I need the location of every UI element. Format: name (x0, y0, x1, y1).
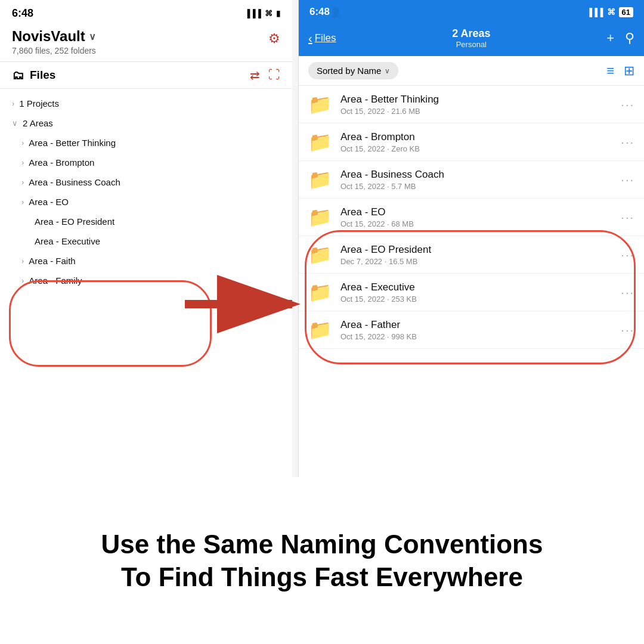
grid-view-icon[interactable]: ⊞ (624, 63, 634, 79)
back-button[interactable]: ‹ Files (308, 32, 336, 45)
nav-title-area: 2 Areas Personal (452, 27, 490, 49)
chevron-right-icon: › (21, 138, 24, 147)
file-item-business-coach[interactable]: 📁 Area - Business Coach Oct 15, 2022 · 5… (299, 161, 644, 199)
left-time: 6:48 (12, 7, 33, 20)
file-name: Area - Better Thinking (340, 94, 439, 106)
swap-icon[interactable]: ⇄ (250, 68, 260, 82)
sort-chevron-icon: ∨ (385, 67, 390, 75)
file-name: Area - Father (340, 319, 417, 331)
tree-item-executive[interactable]: Area - Executive (0, 231, 292, 251)
more-icon[interactable]: ··· (621, 98, 634, 112)
file-item-better-thinking[interactable]: 📁 Area - Better Thinking Oct 15, 2022 · … (299, 86, 644, 123)
file-name: Area - Brompton (340, 131, 420, 143)
back-chevron-icon: ‹ (308, 32, 312, 45)
item-label: Area - Brompton (29, 157, 94, 168)
bottom-line2: To Find Things Fast Everywhere (121, 562, 523, 592)
item-label: Area - Executive (35, 236, 100, 246)
file-item-brompton[interactable]: 📁 Area - Brompton Oct 15, 2022 · Zero KB… (299, 123, 644, 161)
battery-badge: 61 (619, 7, 633, 17)
file-meta: Oct 15, 2022 · 21.6 MB (340, 107, 439, 116)
files-actions: ⇄ ⛶ (250, 68, 280, 82)
more-icon[interactable]: ··· (621, 323, 634, 337)
item-label: Area - Business Coach (29, 177, 120, 187)
file-meta: Oct 15, 2022 · 5.7 MB (340, 182, 444, 191)
tree-item-business-coach[interactable]: › Area - Business Coach (0, 172, 292, 192)
files-text: Files (30, 69, 55, 82)
bottom-line1: Use the Same Naming Conventions (101, 530, 543, 559)
more-icon[interactable]: ··· (621, 135, 634, 149)
sort-bar: Sorted by Name ∨ ≡ ⊞ (299, 56, 644, 86)
left-status-icons: ▐▐▐ ⌘ ▮ (244, 9, 280, 18)
right-nav-bar: ‹ Files 2 Areas Personal + ⚲ (299, 23, 644, 56)
file-item-eo[interactable]: 📁 Area - EO Oct 15, 2022 · 68 MB ··· (299, 199, 644, 236)
file-info: Area - EO Oct 15, 2022 · 68 MB (340, 206, 414, 228)
sort-button[interactable]: Sorted by Name ∨ (308, 62, 398, 79)
chevron-right-icon: › (21, 276, 24, 285)
left-panel: 6:48 ▐▐▐ ⌘ ▮ NovisVault ∨ 7,860 files, 2… (0, 0, 292, 477)
arrow-graphic (179, 274, 310, 334)
left-status-bar: 6:48 ▐▐▐ ⌘ ▮ (0, 0, 292, 23)
chevron-right-icon: › (21, 256, 24, 265)
file-meta: Oct 15, 2022 · Zero KB (340, 144, 420, 153)
add-icon[interactable]: + (606, 30, 614, 46)
chevron-right-icon: › (21, 197, 24, 206)
file-item-left: 📁 Area - EO President Dec 7, 2022 · 16.5… (308, 243, 431, 266)
search-icon[interactable]: ⚲ (625, 30, 634, 46)
file-meta: Oct 15, 2022 · 998 KB (340, 332, 417, 341)
nav-actions: + ⚲ (606, 30, 634, 46)
tree-item-brompton[interactable]: › Area - Brompton (0, 153, 292, 172)
file-info: Area - Brompton Oct 15, 2022 · Zero KB (340, 131, 420, 153)
chevron-right-icon: › (12, 99, 14, 108)
nav-subtitle: Personal (452, 40, 490, 49)
file-item-left: 📁 Area - Business Coach Oct 15, 2022 · 5… (308, 168, 444, 191)
more-icon[interactable]: ··· (621, 210, 634, 224)
bottom-title: Use the Same Naming Conventions To Find … (101, 528, 543, 593)
right-signal-icon: ▐▐▐ (587, 8, 603, 17)
files-label: 🗂 Files (12, 69, 55, 82)
expand-icon[interactable]: ⛶ (268, 68, 280, 82)
back-label: Files (315, 32, 336, 44)
folder-icon: 📁 (308, 93, 332, 116)
file-item-left: 📁 Area - Better Thinking Oct 15, 2022 · … (308, 93, 439, 116)
tree-item-faith[interactable]: › Area - Faith (0, 251, 292, 271)
chevron-down-icon: ∨ (12, 119, 18, 128)
chevron-right-icon: › (21, 158, 24, 167)
file-item-left: 📁 Area - Brompton Oct 15, 2022 · Zero KB (308, 131, 420, 153)
item-label: Area - EO (29, 197, 69, 207)
tree-item-projects[interactable]: › 1 Projects (0, 94, 292, 113)
right-status-bar: 6:48 👤 ▐▐▐ ⌘ 61 (299, 0, 644, 23)
item-label: Area - Family (29, 275, 82, 286)
right-wifi-icon: ⌘ (607, 7, 615, 17)
folder-icon: 📁 (308, 243, 332, 266)
more-icon[interactable]: ··· (621, 248, 634, 262)
folder-icon: 🗂 (12, 69, 24, 82)
list-view-icon[interactable]: ≡ (606, 63, 614, 79)
file-count: 7,860 files, 252 folders (12, 46, 280, 55)
file-info: Area - Business Coach Oct 15, 2022 · 5.7… (340, 169, 444, 191)
right-user-icon: 👤 (330, 7, 342, 18)
item-label: Area - Better Thinking (29, 138, 116, 148)
settings-icon[interactable]: ⚙ (268, 31, 280, 47)
wifi-icon: ⌘ (265, 9, 273, 18)
tree-item-eo[interactable]: › Area - EO (0, 192, 292, 212)
right-panel: 6:48 👤 ▐▐▐ ⌘ 61 ‹ Files 2 Areas Personal… (298, 0, 644, 477)
file-item-executive[interactable]: 📁 Area - Executive Oct 15, 2022 · 253 KB… (299, 274, 644, 311)
file-item-left: 📁 Area - Father Oct 15, 2022 · 998 KB (308, 318, 417, 341)
file-item-eo-president[interactable]: 📁 Area - EO President Dec 7, 2022 · 16.5… (299, 236, 644, 274)
tree-item-areas[interactable]: ∨ 2 Areas (0, 113, 292, 133)
file-info: Area - Father Oct 15, 2022 · 998 KB (340, 319, 417, 341)
file-name: Area - Business Coach (340, 169, 444, 181)
battery-indicator: ▮ (276, 9, 280, 18)
tree-item-eo-president[interactable]: Area - EO President (0, 212, 292, 231)
file-meta: Oct 15, 2022 · 68 MB (340, 219, 414, 228)
tree-item-better-thinking[interactable]: › Area - Better Thinking (0, 133, 292, 153)
files-row: 🗂 Files ⇄ ⛶ (0, 62, 292, 89)
top-section: 6:48 ▐▐▐ ⌘ ▮ NovisVault ∨ 7,860 files, 2… (0, 0, 644, 477)
file-info: Area - Better Thinking Oct 15, 2022 · 21… (340, 94, 439, 116)
more-icon[interactable]: ··· (621, 173, 634, 187)
item-label: 1 Projects (19, 98, 59, 109)
more-icon[interactable]: ··· (621, 286, 634, 299)
file-item-father[interactable]: 📁 Area - Father Oct 15, 2022 · 998 KB ··… (299, 311, 644, 349)
bottom-section: Use the Same Naming Conventions To Find … (0, 477, 644, 644)
file-info: Area - Executive Oct 15, 2022 · 253 KB (340, 281, 417, 304)
